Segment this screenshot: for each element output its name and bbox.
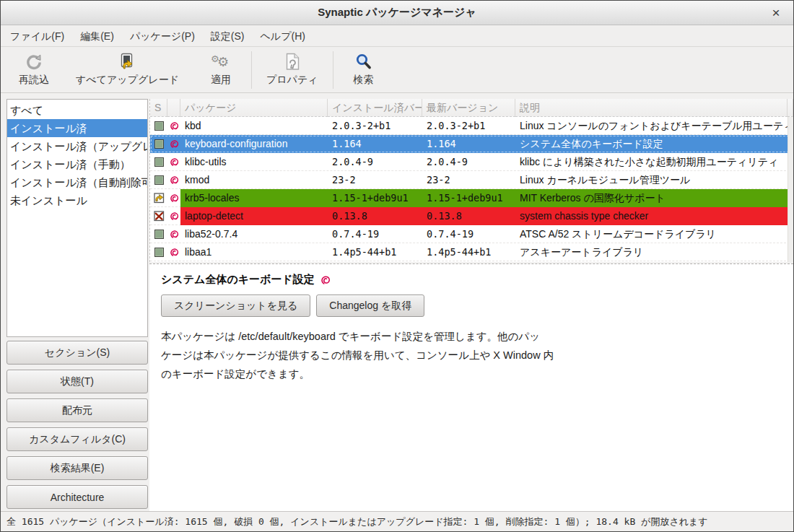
status-installed-icon	[150, 117, 167, 135]
status-button[interactable]: 状態(T)	[6, 370, 148, 393]
filter-item-installed-manual[interactable]: インストール済（手動）	[7, 155, 147, 173]
origin-button[interactable]: 配布元	[6, 398, 148, 422]
status-installed-icon	[150, 243, 167, 261]
package-name: kmod	[180, 171, 328, 189]
table-row[interactable]: liba52-0.7.4 0.7.4-19 0.7.4-19 ATSC A/52…	[150, 225, 793, 243]
sidebar-buttons: セクション(S) 状態(T) 配布元 カスタムフィルタ(C) 検索結果(E) A…	[6, 341, 148, 509]
menu-settings[interactable]: 設定(S)	[203, 25, 253, 47]
package-name: klibc-utils	[180, 153, 328, 171]
sections-button[interactable]: セクション(S)	[6, 341, 148, 365]
column-header-latest-version[interactable]: 最新バージョン	[422, 99, 515, 117]
package-table: S パッケージ インストール済バージョン 最新バージョン 説明 kbd 2.0.…	[149, 99, 793, 262]
package-description: アスキーアートライブラリ	[515, 243, 788, 261]
architecture-button[interactable]: Architecture	[6, 485, 148, 509]
menu-file[interactable]: ファイル(F)	[2, 25, 72, 47]
sidebar: すべて インストール済 インストール済（アップグレード可） インストール済（手動…	[1, 93, 149, 511]
filter-item-not-installed[interactable]: 未インストール	[7, 191, 147, 209]
table-scrollbar[interactable]	[788, 117, 793, 262]
table-row-selected[interactable]: keyboard-configuration 1.164 1.164 システム全…	[150, 135, 793, 153]
column-header-description[interactable]: 説明	[515, 99, 788, 117]
description-line: ケージは本パッケージが提供するこの情報を用いて、コンソール上や X Window…	[161, 346, 782, 365]
close-icon[interactable]: ×	[767, 1, 785, 25]
window-title: Synaptic パッケージマネージャ	[318, 6, 476, 19]
get-changelog-button[interactable]: Changelog を取得	[316, 295, 424, 317]
column-header-spacer	[788, 99, 793, 117]
package-description: Linux コンソールのフォントおよびキーテーブル用ユーティリティ	[515, 117, 788, 135]
search-button[interactable]: 検索	[335, 50, 393, 90]
titlebar: Synaptic パッケージマネージャ ×	[1, 1, 793, 25]
latest-version: 0.7.4-19	[422, 225, 515, 243]
reload-label: 再読込	[19, 74, 49, 87]
debian-swirl-icon	[320, 275, 331, 285]
latest-version: 23-2	[422, 171, 515, 189]
get-screenshot-button[interactable]: スクリーンショットを見る	[161, 295, 310, 317]
properties-icon	[284, 53, 301, 71]
reload-icon	[25, 53, 43, 71]
package-name: keyboard-configuration	[180, 135, 328, 153]
debian-swirl-icon	[167, 189, 180, 207]
package-description: MIT Kerberos の国際化サポート	[515, 189, 788, 207]
right-panel: S パッケージ インストール済バージョン 最新バージョン 説明 kbd 2.0.…	[149, 93, 793, 511]
custom-filters-button[interactable]: カスタムフィルタ(C)	[6, 427, 148, 451]
filter-item-installed-autoremovable[interactable]: インストール済（自動削除可能）	[7, 173, 147, 191]
package-description: システム全体のキーボード設定	[515, 135, 788, 153]
column-header-package[interactable]: パッケージ	[180, 99, 328, 117]
reload-button[interactable]: 再読込	[5, 50, 63, 90]
menu-edit[interactable]: 編集(E)	[72, 25, 122, 47]
column-header-installed-version[interactable]: インストール済バージョン	[328, 99, 422, 117]
latest-version: 1.4p5-44+b1	[422, 243, 515, 261]
properties-button[interactable]: プロパティ	[253, 50, 331, 90]
package-description: Linux カーネルモジュール管理ツール	[515, 171, 788, 189]
status-installed-icon	[150, 225, 167, 243]
menu-help[interactable]: ヘルプ(H)	[253, 25, 313, 47]
status-text: 全 1615 パッケージ（インストール済: 1615 個, 破損 0 個, イン…	[6, 516, 708, 527]
properties-label: プロパティ	[266, 74, 318, 87]
package-name: liba52-0.7.4	[180, 225, 328, 243]
details-buttons: スクリーンショットを見る Changelog を取得	[161, 295, 782, 317]
latest-version: 0.13.8	[422, 207, 515, 225]
package-description: ATSC A/52 ストリームデコードライブラリ	[515, 225, 788, 243]
debian-swirl-icon	[167, 207, 180, 225]
upgrade-all-button[interactable]: すべてアップグレード	[63, 50, 192, 90]
table-row-marked-removal[interactable]: laptop-detect 0.13.8 0.13.8 system chass…	[150, 207, 793, 225]
main-area: すべて インストール済 インストール済（アップグレード可） インストール済（手動…	[1, 93, 793, 511]
installed-version: 23-2	[328, 171, 422, 189]
latest-version: 2.0.4-9	[422, 153, 515, 171]
installed-version: 0.13.8	[328, 207, 422, 225]
package-name: krb5-locales	[180, 189, 328, 207]
latest-version: 2.0.3-2+b1	[422, 117, 515, 135]
status-installed-icon	[150, 153, 167, 171]
details-description: 本パッケージは /etc/default/keyboard でキーボード設定を管…	[161, 327, 782, 383]
latest-version: 1.15-1+deb9u1	[422, 189, 515, 207]
apply-button[interactable]: ⚙ ⚙ 適用	[192, 50, 250, 90]
status-upgrade-icon	[150, 189, 167, 207]
table-row-marked-upgrade[interactable]: krb5-locales 1.15-1+deb9u1 1.15-1+deb9u1…	[150, 189, 793, 207]
menu-package[interactable]: パッケージ(P)	[122, 25, 203, 47]
debian-swirl-icon	[167, 153, 180, 171]
table-row[interactable]: kbd 2.0.3-2+b1 2.0.3-2+b1 Linux コンソールのフォ…	[150, 117, 793, 135]
table-header: S パッケージ インストール済バージョン 最新バージョン 説明	[150, 99, 793, 117]
filter-item-installed-upgradable[interactable]: インストール済（アップグレード可）	[7, 137, 147, 155]
package-name: kbd	[180, 117, 328, 135]
table-row[interactable]: kmod 23-2 23-2 Linux カーネルモジュール管理ツール	[150, 171, 793, 189]
details-title-row: システム全体のキーボード設定	[161, 273, 782, 287]
upgrade-all-icon	[117, 53, 137, 71]
debian-swirl-icon	[167, 225, 180, 243]
upgrade-all-label: すべてアップグレード	[76, 74, 179, 87]
search-icon	[354, 53, 373, 71]
table-row[interactable]: libaa1 1.4p5-44+b1 1.4p5-44+b1 アスキーアートライ…	[150, 243, 793, 261]
table-row[interactable]: klibc-utils 2.0.4-9 2.0.4-9 klibc により構築さ…	[150, 153, 793, 171]
installed-version: 0.7.4-19	[328, 225, 422, 243]
package-description: klibc により構築された小さな起動初期用ユーティリティ	[515, 153, 788, 171]
installed-version: 1.164	[328, 135, 422, 153]
filter-item-all[interactable]: すべて	[7, 101, 147, 119]
search-label: 検索	[354, 74, 374, 87]
search-results-button[interactable]: 検索結果(E)	[6, 456, 148, 480]
details-package-title: システム全体のキーボード設定	[161, 273, 315, 287]
filter-item-installed[interactable]: インストール済	[7, 119, 147, 137]
debian-swirl-icon	[167, 117, 180, 135]
menubar: ファイル(F) 編集(E) パッケージ(P) 設定(S) ヘルプ(H)	[1, 25, 793, 47]
status-installed-icon	[150, 135, 167, 153]
column-header-origin[interactable]	[167, 99, 180, 117]
column-header-status[interactable]: S	[150, 99, 167, 117]
